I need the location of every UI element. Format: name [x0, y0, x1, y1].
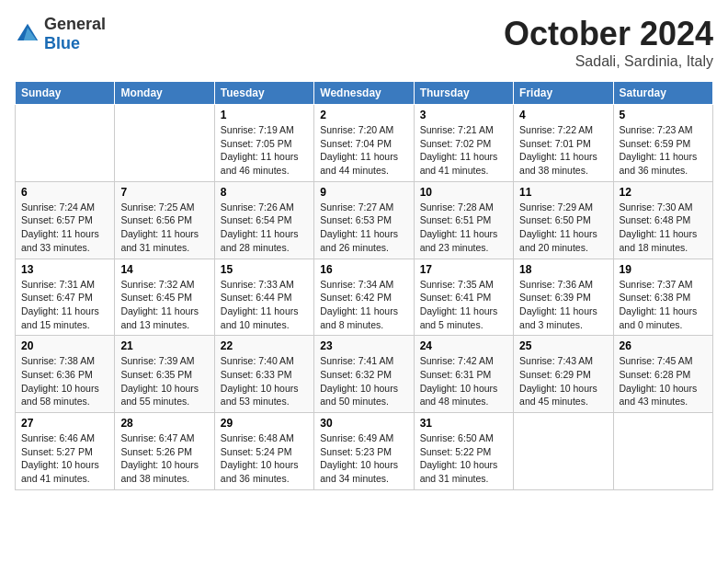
day-info: Sunrise: 7:39 AMSunset: 6:35 PMDaylight:…	[120, 354, 208, 408]
day-info: Sunrise: 7:31 AMSunset: 6:47 PMDaylight:…	[21, 278, 108, 332]
calendar-cell: 3Sunrise: 7:21 AMSunset: 7:02 PMDaylight…	[414, 105, 513, 182]
calendar-cell: 25Sunrise: 7:43 AMSunset: 6:29 PMDayligh…	[514, 336, 613, 413]
day-info: Sunrise: 7:30 AMSunset: 6:48 PMDaylight:…	[620, 201, 707, 255]
day-number: 17	[420, 263, 507, 276]
day-info: Sunrise: 7:23 AMSunset: 6:59 PMDaylight:…	[620, 123, 707, 178]
day-info: Sunrise: 7:27 AMSunset: 6:53 PMDaylight:…	[320, 201, 407, 255]
calendar-cell: 28Sunrise: 6:47 AMSunset: 5:26 PMDayligh…	[115, 413, 214, 490]
day-header-sunday: Sunday	[16, 82, 115, 105]
day-number: 30	[320, 417, 407, 430]
day-number: 5	[620, 109, 707, 121]
day-info: Sunrise: 7:40 AMSunset: 6:33 PMDaylight:…	[221, 354, 308, 408]
day-info: Sunrise: 7:37 AMSunset: 6:38 PMDaylight:…	[620, 278, 707, 332]
logo-blue: Blue	[44, 34, 80, 52]
day-number: 26	[620, 339, 707, 352]
day-info: Sunrise: 7:34 AMSunset: 6:42 PMDaylight:…	[320, 278, 407, 332]
day-info: Sunrise: 7:36 AMSunset: 6:39 PMDaylight:…	[519, 278, 607, 332]
calendar-cell: 29Sunrise: 6:48 AMSunset: 5:24 PMDayligh…	[214, 413, 313, 490]
day-number: 28	[120, 417, 208, 430]
calendar-cell: 20Sunrise: 7:38 AMSunset: 6:36 PMDayligh…	[16, 336, 115, 413]
day-number: 16	[320, 263, 407, 276]
calendar-week-row: 13Sunrise: 7:31 AMSunset: 6:47 PMDayligh…	[16, 259, 713, 336]
calendar-cell: 31Sunrise: 6:50 AMSunset: 5:22 PMDayligh…	[414, 413, 513, 490]
calendar-cell: 26Sunrise: 7:45 AMSunset: 6:28 PMDayligh…	[613, 336, 712, 413]
day-info: Sunrise: 7:20 AMSunset: 7:04 PMDaylight:…	[320, 123, 407, 178]
day-number: 21	[120, 339, 208, 352]
day-number: 24	[420, 339, 507, 352]
day-number: 14	[120, 263, 208, 276]
calendar-week-row: 20Sunrise: 7:38 AMSunset: 6:36 PMDayligh…	[16, 336, 713, 413]
calendar-cell: 9Sunrise: 7:27 AMSunset: 6:53 PMDaylight…	[314, 181, 414, 259]
day-number: 25	[519, 339, 607, 352]
calendar-cell: 8Sunrise: 7:26 AMSunset: 6:54 PMDaylight…	[214, 181, 313, 259]
day-number: 8	[221, 186, 308, 199]
day-header-saturday: Saturday	[613, 82, 712, 105]
calendar-cell: 6Sunrise: 7:24 AMSunset: 6:57 PMDaylight…	[16, 181, 115, 259]
calendar-cell: 15Sunrise: 7:33 AMSunset: 6:44 PMDayligh…	[214, 259, 313, 336]
day-header-friday: Friday	[514, 82, 613, 105]
day-info: Sunrise: 7:25 AMSunset: 6:56 PMDaylight:…	[120, 201, 208, 255]
title-block: October 2024 Sadali, Sardinia, Italy	[504, 15, 713, 70]
calendar-cell: 23Sunrise: 7:41 AMSunset: 6:32 PMDayligh…	[314, 336, 414, 413]
day-info: Sunrise: 7:29 AMSunset: 6:50 PMDaylight:…	[519, 201, 607, 255]
calendar-cell: 4Sunrise: 7:22 AMSunset: 7:01 PMDaylight…	[514, 105, 613, 182]
day-number: 22	[221, 339, 308, 352]
calendar-cell: 7Sunrise: 7:25 AMSunset: 6:56 PMDaylight…	[115, 181, 214, 259]
day-info: Sunrise: 7:41 AMSunset: 6:32 PMDaylight:…	[320, 354, 407, 408]
calendar-cell: 13Sunrise: 7:31 AMSunset: 6:47 PMDayligh…	[16, 259, 115, 336]
day-number: 6	[21, 186, 108, 199]
day-number: 20	[21, 339, 108, 352]
day-number: 3	[420, 109, 507, 121]
calendar-cell: 19Sunrise: 7:37 AMSunset: 6:38 PMDayligh…	[613, 259, 712, 336]
calendar-cell: 14Sunrise: 7:32 AMSunset: 6:45 PMDayligh…	[115, 259, 214, 336]
day-info: Sunrise: 7:21 AMSunset: 7:02 PMDaylight:…	[420, 123, 507, 178]
calendar-cell: 24Sunrise: 7:42 AMSunset: 6:31 PMDayligh…	[414, 336, 513, 413]
calendar-header-row: SundayMondayTuesdayWednesdayThursdayFrid…	[16, 82, 713, 105]
day-number: 31	[420, 417, 507, 430]
day-number: 13	[21, 263, 108, 276]
day-info: Sunrise: 7:42 AMSunset: 6:31 PMDaylight:…	[420, 354, 507, 408]
calendar-cell: 16Sunrise: 7:34 AMSunset: 6:42 PMDayligh…	[314, 259, 414, 336]
day-info: Sunrise: 7:33 AMSunset: 6:44 PMDaylight:…	[221, 278, 308, 332]
calendar-cell	[613, 413, 712, 490]
calendar-cell: 12Sunrise: 7:30 AMSunset: 6:48 PMDayligh…	[613, 181, 712, 259]
calendar-cell: 11Sunrise: 7:29 AMSunset: 6:50 PMDayligh…	[514, 181, 613, 259]
calendar-cell: 30Sunrise: 6:49 AMSunset: 5:23 PMDayligh…	[314, 413, 414, 490]
calendar-cell: 18Sunrise: 7:36 AMSunset: 6:39 PMDayligh…	[514, 259, 613, 336]
logo-text: General Blue	[44, 15, 106, 53]
calendar-cell: 5Sunrise: 7:23 AMSunset: 6:59 PMDaylight…	[613, 105, 712, 182]
day-info: Sunrise: 6:50 AMSunset: 5:22 PMDaylight:…	[420, 431, 507, 486]
calendar-cell: 27Sunrise: 6:46 AMSunset: 5:27 PMDayligh…	[16, 413, 115, 490]
day-info: Sunrise: 7:19 AMSunset: 7:05 PMDaylight:…	[221, 123, 308, 178]
day-number: 1	[221, 109, 308, 121]
day-info: Sunrise: 7:38 AMSunset: 6:36 PMDaylight:…	[21, 354, 108, 408]
month-title: October 2024	[504, 15, 713, 53]
logo-general: General	[44, 15, 106, 33]
logo: General Blue	[15, 15, 106, 53]
day-info: Sunrise: 7:24 AMSunset: 6:57 PMDaylight:…	[21, 201, 108, 255]
calendar-cell	[115, 105, 214, 182]
day-number: 2	[320, 109, 407, 121]
day-number: 23	[320, 339, 407, 352]
calendar-week-row: 6Sunrise: 7:24 AMSunset: 6:57 PMDaylight…	[16, 181, 713, 259]
day-info: Sunrise: 7:32 AMSunset: 6:45 PMDaylight:…	[120, 278, 208, 332]
day-info: Sunrise: 7:45 AMSunset: 6:28 PMDaylight:…	[620, 354, 707, 408]
day-info: Sunrise: 7:28 AMSunset: 6:51 PMDaylight:…	[420, 201, 507, 255]
day-header-tuesday: Tuesday	[214, 82, 313, 105]
day-info: Sunrise: 7:43 AMSunset: 6:29 PMDaylight:…	[519, 354, 607, 408]
calendar-cell: 21Sunrise: 7:39 AMSunset: 6:35 PMDayligh…	[115, 336, 214, 413]
day-number: 10	[420, 186, 507, 199]
day-number: 18	[519, 263, 607, 276]
day-number: 4	[519, 109, 607, 121]
day-number: 19	[620, 263, 707, 276]
calendar-cell	[16, 105, 115, 182]
day-info: Sunrise: 7:35 AMSunset: 6:41 PMDaylight:…	[420, 278, 507, 332]
calendar-cell: 17Sunrise: 7:35 AMSunset: 6:41 PMDayligh…	[414, 259, 513, 336]
day-number: 7	[120, 186, 208, 199]
day-info: Sunrise: 6:48 AMSunset: 5:24 PMDaylight:…	[221, 431, 308, 486]
location-title: Sadali, Sardinia, Italy	[504, 53, 713, 70]
day-number: 11	[519, 186, 607, 199]
day-header-wednesday: Wednesday	[314, 82, 414, 105]
day-header-thursday: Thursday	[414, 82, 513, 105]
day-info: Sunrise: 6:47 AMSunset: 5:26 PMDaylight:…	[120, 431, 208, 486]
